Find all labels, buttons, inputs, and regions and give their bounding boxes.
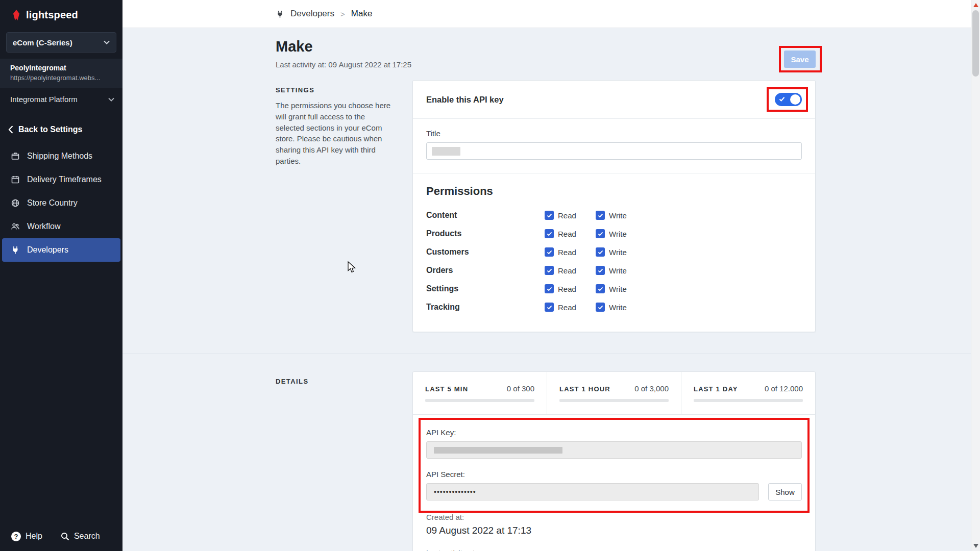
workspace-label: eCom (C-Series) (13, 38, 72, 47)
globe-icon (10, 198, 20, 208)
checkbox-checked-icon (596, 266, 605, 275)
sidebar-item-store-country[interactable]: Store Country (2, 191, 120, 215)
details-section-label: DETAILS (276, 378, 393, 385)
back-label: Back to Settings (18, 125, 82, 134)
breadcrumb-developers[interactable]: Developers (290, 9, 334, 19)
breadcrumb-page: Make (351, 9, 373, 19)
page-subtitle: Last activity at: 09 August 2022 at 17:2… (276, 60, 816, 69)
store-info: PeolyIntegromat https://peolyintegromat.… (0, 59, 122, 88)
read-checkbox[interactable]: Read (545, 284, 596, 293)
permission-row-content: Content Read Write (426, 206, 802, 224)
scroll-up-arrow-icon[interactable] (973, 3, 978, 7)
sidebar-bottom: ? Help Search (0, 521, 122, 551)
sidebar-item-shipping-methods[interactable]: Shipping Methods (2, 144, 120, 168)
workspace-selector[interactable]: eCom (C-Series) (6, 32, 116, 53)
write-label: Write (609, 230, 627, 238)
read-checkbox[interactable]: Read (545, 266, 596, 275)
help-button[interactable]: ? Help (11, 532, 42, 541)
platform-selector[interactable]: Integromat Platform (0, 88, 122, 111)
api-secret-input[interactable]: •••••••••••••• (426, 483, 759, 500)
sidebar-item-label: Workflow (27, 222, 61, 231)
toggle-knob (790, 94, 800, 105)
stat-value: 0 of 300 (507, 384, 534, 393)
back-to-settings[interactable]: Back to Settings (0, 116, 122, 141)
redacted-api-key (434, 447, 562, 454)
sidebar-item-developers[interactable]: Developers (2, 238, 120, 262)
write-checkbox[interactable]: Write (596, 284, 647, 293)
people-icon (10, 222, 20, 231)
checkbox-checked-icon (545, 266, 554, 275)
title-input[interactable] (426, 142, 802, 160)
write-label: Write (609, 266, 627, 275)
enable-api-key-toggle[interactable] (775, 93, 802, 106)
sidebar-item-label: Delivery Timeframes (27, 175, 102, 184)
checkbox-checked-icon (596, 211, 605, 220)
write-checkbox[interactable]: Write (596, 229, 647, 238)
title-field-block: Title (413, 119, 815, 173)
read-checkbox[interactable]: Read (545, 303, 596, 312)
save-button[interactable]: Save (784, 51, 816, 68)
permission-row-tracking: Tracking Read Write (426, 298, 802, 316)
api-key-input[interactable] (426, 441, 802, 459)
write-checkbox[interactable]: Write (596, 303, 647, 312)
read-checkbox[interactable]: Read (545, 211, 596, 220)
stat-last-1-day: LAST 1 DAY 0 of 12.000 (681, 372, 815, 414)
details-section: DETAILS LAST 5 MIN 0 of 300 (122, 354, 971, 551)
read-label: Read (558, 248, 576, 257)
checkbox-checked-icon (596, 247, 605, 257)
sidebar: lightspeed eCom (C-Series) PeolyIntegrom… (0, 0, 122, 551)
sidebar-nav: Shipping Methods Delivery Timeframes Sto… (0, 144, 122, 262)
usage-progress-bar (694, 399, 803, 402)
permission-label: Orders (426, 266, 545, 275)
show-secret-button[interactable]: Show (768, 483, 802, 500)
read-checkbox[interactable]: Read (545, 229, 596, 238)
sidebar-item-workflow[interactable]: Workflow (2, 215, 120, 238)
permission-label: Settings (426, 284, 545, 293)
plug-icon (10, 245, 20, 255)
checkbox-checked-icon (545, 303, 554, 312)
save-button-area: Save (784, 51, 816, 68)
permissions-block: Permissions Content Read Write (413, 173, 815, 332)
permission-label: Customers (426, 247, 545, 257)
scroll-down-arrow-icon[interactable] (973, 544, 978, 548)
write-checkbox[interactable]: Write (596, 247, 647, 257)
checkbox-checked-icon (596, 284, 605, 293)
permission-row-customers: Customers Read Write (426, 243, 802, 261)
write-checkbox[interactable]: Write (596, 211, 647, 220)
details-card: LAST 5 MIN 0 of 300 LAST 1 HOUR 0 of 3,0… (412, 371, 816, 551)
help-icon: ? (11, 532, 21, 541)
plug-icon (276, 10, 284, 18)
read-label: Read (558, 211, 576, 220)
stat-last-5-min: LAST 5 MIN 0 of 300 (413, 372, 547, 414)
enable-api-key-label: Enable this API key (426, 95, 504, 105)
store-url: https://peolyintegromat.webs... (10, 74, 112, 82)
write-checkbox[interactable]: Write (596, 266, 647, 275)
read-label: Read (558, 266, 576, 275)
check-icon (779, 96, 785, 102)
lightspeed-flame-icon (11, 10, 21, 21)
permission-label: Content (426, 211, 545, 220)
stat-label: LAST 5 MIN (425, 385, 468, 393)
redacted-title-value (432, 147, 460, 156)
search-icon (61, 532, 69, 541)
help-label: Help (26, 532, 42, 541)
api-credentials-block: API Key: API Secret: •••••••••••••• Show… (413, 415, 815, 551)
permissions-heading: Permissions (426, 185, 802, 198)
breadcrumb-separator: > (340, 10, 345, 18)
box-icon (10, 152, 20, 161)
stat-label: LAST 1 HOUR (559, 385, 610, 393)
checkbox-checked-icon (596, 303, 605, 312)
usage-progress-bar (559, 399, 669, 402)
checkbox-checked-icon (596, 229, 605, 238)
stat-value: 0 of 12.000 (765, 384, 803, 393)
search-button[interactable]: Search (61, 532, 100, 541)
vertical-scrollbar[interactable] (971, 0, 980, 551)
created-at-value: 09 August 2022 at 17:13 (426, 525, 802, 536)
read-checkbox[interactable]: Read (545, 247, 596, 257)
api-secret-label: API Secret: (426, 470, 802, 479)
chevron-down-icon (108, 97, 114, 102)
sidebar-item-delivery-timeframes[interactable]: Delivery Timeframes (2, 168, 120, 191)
permission-label: Products (426, 229, 545, 238)
scrollbar-thumb[interactable] (972, 10, 979, 77)
read-label: Read (558, 303, 576, 312)
